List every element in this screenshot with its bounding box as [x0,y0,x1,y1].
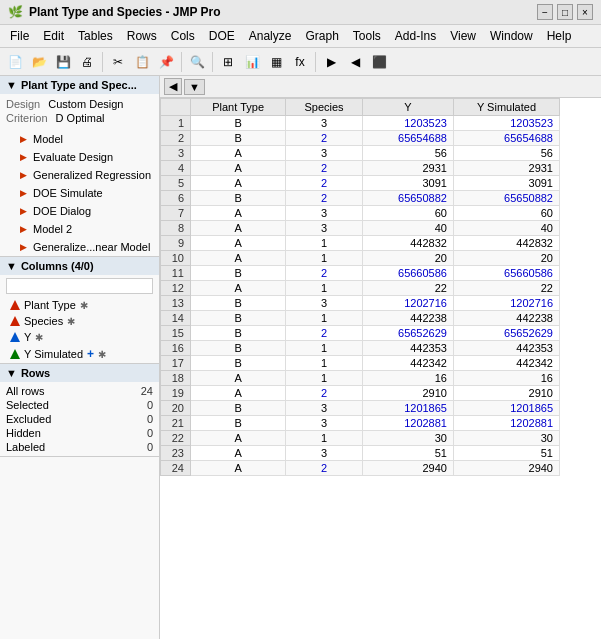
cell-y: 56 [362,146,453,161]
nav-back-button[interactable]: ◀ [164,78,182,95]
minimize-button[interactable]: − [537,4,553,20]
col-header-rownum[interactable] [161,99,191,116]
cell-rownum: 24 [161,461,191,476]
table-row[interactable]: 3A35656 [161,146,560,161]
search-button[interactable]: 🔍 [186,51,208,73]
menu-graph[interactable]: Graph [299,27,344,45]
table-row[interactable]: 16B1442353442353 [161,341,560,356]
data-area[interactable]: ◀ ▼ Plant Type Species Y Y Simulated 1B3… [160,76,601,639]
plant-section-triangle: ▼ [6,79,17,91]
col-header-species[interactable]: Species [286,99,363,116]
table-row[interactable]: 10A12020 [161,251,560,266]
menu-edit[interactable]: Edit [37,27,70,45]
table-row[interactable]: 6B26565088265650882 [161,191,560,206]
table-row[interactable]: 20B312018651201865 [161,401,560,416]
save-button[interactable]: 💾 [52,51,74,73]
table-row[interactable]: 21B312028811202881 [161,416,560,431]
menu-rows[interactable]: Rows [121,27,163,45]
window-controls[interactable]: − □ × [537,4,593,20]
cell-y-simulated: 20 [453,251,559,266]
menu-tables[interactable]: Tables [72,27,119,45]
cell-species: 3 [286,221,363,236]
rows-header[interactable]: ▼ Rows [0,364,159,382]
menu-model[interactable]: ▶Model [0,130,159,148]
print-button[interactable]: 🖨 [76,51,98,73]
columns-header[interactable]: ▼ Columns (4/0) [0,257,159,275]
column-search-input[interactable] [6,278,153,294]
cell-y: 65660586 [362,266,453,281]
rows-excluded: Excluded 0 [0,412,159,426]
cell-rownum: 23 [161,446,191,461]
menu-doe-simulate[interactable]: ▶DOE Simulate [0,184,159,202]
cell-y-simulated: 65654688 [453,131,559,146]
menu-analyze[interactable]: Analyze [243,27,298,45]
menu-help[interactable]: Help [541,27,578,45]
menu-doe[interactable]: DOE [203,27,241,45]
menu-generalize-near-model[interactable]: ▶Generalize...near Model [0,238,159,256]
cell-y: 442238 [362,311,453,326]
new-table-button[interactable]: 📄 [4,51,26,73]
cell-rownum: 12 [161,281,191,296]
plant-section-header[interactable]: ▼ Plant Type and Spec... [0,76,159,94]
menu-view[interactable]: View [444,27,482,45]
copy-button[interactable]: 📋 [131,51,153,73]
rows-labeled-value: 0 [112,440,159,454]
col-item-plant-type[interactable]: Plant Type ✱ [0,297,159,313]
cell-rownum: 8 [161,221,191,236]
cell-plant-type: A [191,461,286,476]
data-nav: ◀ ▼ [160,76,601,98]
table-row[interactable]: 14B1442238442238 [161,311,560,326]
col-item-species[interactable]: Species ✱ [0,313,159,329]
col-header-plant-type[interactable]: Plant Type [191,99,286,116]
zoom-in-button[interactable]: ▶ [320,51,342,73]
menu-evaluate-design[interactable]: ▶Evaluate Design [0,148,159,166]
close-button[interactable]: × [577,4,593,20]
menu-tools[interactable]: Tools [347,27,387,45]
cell-plant-type: B [191,356,286,371]
table-row[interactable]: 5A230913091 [161,176,560,191]
cell-rownum: 4 [161,161,191,176]
cell-y: 65650882 [362,191,453,206]
table-row[interactable]: 11B26566058665660586 [161,266,560,281]
table-row[interactable]: 7A36060 [161,206,560,221]
table-row[interactable]: 4A229312931 [161,161,560,176]
menu-model-2[interactable]: ▶Model 2 [0,220,159,238]
menu-cols[interactable]: Cols [165,27,201,45]
table-row[interactable]: 19A229102910 [161,386,560,401]
menu-file[interactable]: File [4,27,35,45]
cell-species: 1 [286,236,363,251]
maximize-button[interactable]: □ [557,4,573,20]
table-row[interactable]: 15B26565262965652629 [161,326,560,341]
menu-addins[interactable]: Add-Ins [389,27,442,45]
col-header-y-simulated[interactable]: Y Simulated [453,99,559,116]
table-row[interactable]: 1B312035231203523 [161,116,560,131]
table-row[interactable]: 22A13030 [161,431,560,446]
open-button[interactable]: 📂 [28,51,50,73]
chart-button[interactable]: 📊 [241,51,263,73]
cell-y: 20 [362,251,453,266]
col-item-y-simulated[interactable]: Y Simulated + ✱ [0,345,159,363]
grid-button[interactable]: ⊞ [217,51,239,73]
table-row[interactable]: 12A12222 [161,281,560,296]
formula-button[interactable]: fx [289,51,311,73]
table-button[interactable]: ▦ [265,51,287,73]
menu-window[interactable]: Window [484,27,539,45]
menu-generalized-regression[interactable]: ▶Generalized Regression [0,166,159,184]
table-row[interactable]: 8A34040 [161,221,560,236]
table-row[interactable]: 23A35151 [161,446,560,461]
menu-doe-dialog[interactable]: ▶DOE Dialog [0,202,159,220]
zoom-out-button[interactable]: ◀ [344,51,366,73]
cell-y: 2940 [362,461,453,476]
table-row[interactable]: 18A11616 [161,371,560,386]
table-row[interactable]: 13B312027161202716 [161,296,560,311]
fit-button[interactable]: ⬛ [368,51,390,73]
col-header-y[interactable]: Y [362,99,453,116]
paste-button[interactable]: 📌 [155,51,177,73]
table-row[interactable]: 17B1442342442342 [161,356,560,371]
table-row[interactable]: 2B26565468865654688 [161,131,560,146]
nav-down-button[interactable]: ▼ [184,79,205,95]
col-item-y[interactable]: Y ✱ [0,329,159,345]
cut-button[interactable]: ✂ [107,51,129,73]
table-row[interactable]: 24A229402940 [161,461,560,476]
table-row[interactable]: 9A1442832442832 [161,236,560,251]
